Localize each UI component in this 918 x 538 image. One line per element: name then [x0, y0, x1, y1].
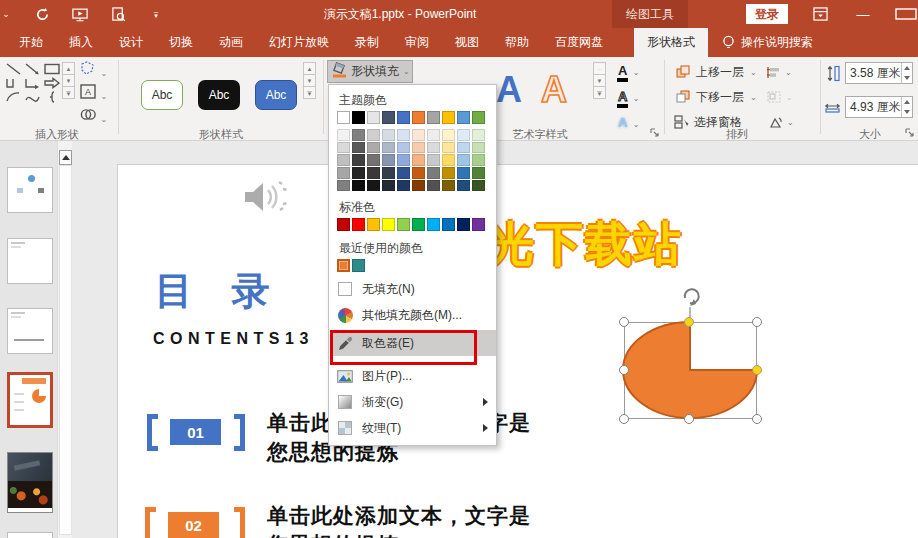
color-swatch[interactable] — [457, 218, 470, 231]
width-spinner[interactable] — [901, 97, 912, 117]
color-swatch[interactable] — [427, 218, 440, 231]
color-variant-swatch[interactable] — [412, 180, 425, 192]
color-variant-swatch[interactable] — [412, 142, 425, 154]
color-variant-swatch[interactable] — [472, 129, 485, 141]
height-input[interactable]: 3.58 厘米 — [845, 62, 913, 84]
color-swatch[interactable] — [472, 111, 485, 124]
color-swatch[interactable] — [352, 111, 365, 124]
color-swatch[interactable] — [397, 111, 410, 124]
color-swatch[interactable] — [382, 111, 395, 124]
color-variant-swatch[interactable] — [442, 142, 455, 154]
tab-6[interactable]: 幻灯片放映 — [256, 28, 342, 57]
tab-1[interactable]: 开始 — [6, 28, 56, 57]
color-variant-swatch[interactable] — [367, 180, 380, 192]
sign-in-button[interactable]: 登录 — [746, 4, 788, 24]
color-variant-swatch[interactable] — [472, 180, 485, 192]
shape-styles-scroll[interactable]: ▲▼—▼ — [303, 62, 316, 98]
color-swatch[interactable] — [427, 111, 440, 124]
color-variant-swatch[interactable] — [337, 180, 350, 192]
resize-handle-middle-left[interactable] — [619, 365, 629, 375]
slide-thumbnail-2[interactable] — [7, 238, 53, 284]
menu-item-no-fill[interactable]: 无填充(N) — [331, 277, 496, 301]
shape-elbow-arrow-icon[interactable] — [23, 76, 42, 90]
color-variant-swatch[interactable] — [412, 154, 425, 166]
ribbon-display-options-icon[interactable] — [805, 0, 835, 28]
pie-shape[interactable] — [622, 320, 759, 421]
height-value[interactable]: 3.58 厘米 — [846, 63, 901, 83]
group-button[interactable]: ⌄ — [766, 88, 793, 106]
menu-item-picture[interactable]: 图片(P)... — [331, 364, 496, 388]
text-box-button[interactable]: A ⌄ — [80, 84, 107, 103]
slide-subtitle[interactable]: CONTENTS13 — [153, 330, 314, 348]
color-variant-swatch[interactable] — [472, 142, 485, 154]
wordart-dialog-launcher-icon[interactable] — [650, 128, 660, 138]
slide-thumbnail-5[interactable] — [7, 452, 53, 513]
shape-line-icon[interactable] — [4, 62, 23, 76]
color-variant-swatch[interactable] — [382, 154, 395, 166]
toc-text-02-line2[interactable]: 您思想的提炼 — [267, 531, 399, 538]
color-variant-swatch[interactable] — [352, 154, 365, 166]
color-swatch[interactable] — [352, 259, 365, 272]
color-variant-swatch[interactable] — [427, 167, 440, 179]
merge-shapes-button[interactable]: ⌄ — [80, 107, 107, 126]
color-variant-swatch[interactable] — [337, 154, 350, 166]
color-variant-swatch[interactable] — [337, 142, 350, 154]
wordart-preview-1[interactable]: A — [496, 69, 522, 111]
color-variant-swatch[interactable] — [397, 142, 410, 154]
shape-gallery-scroll[interactable]: ▲▼—▼ — [62, 62, 75, 98]
wordart-scroll[interactable]: –▼—▼ — [593, 62, 606, 98]
shape-brace-icon[interactable] — [42, 90, 61, 104]
color-swatch[interactable] — [442, 218, 455, 231]
color-variant-swatch[interactable] — [367, 154, 380, 166]
bring-forward-button[interactable]: 上移一层⌄ — [676, 63, 757, 81]
color-variant-swatch[interactable] — [397, 129, 410, 141]
shape-arrow-icon[interactable] — [23, 62, 42, 76]
shape-curve-icon[interactable] — [23, 90, 42, 104]
color-swatch[interactable] — [457, 111, 470, 124]
color-swatch[interactable] — [367, 218, 380, 231]
scroll-up-button[interactable] — [59, 150, 72, 165]
slide-thumbnail-1[interactable] — [7, 167, 53, 213]
color-variant-swatch[interactable] — [427, 142, 440, 154]
color-variant-swatch[interactable] — [442, 167, 455, 179]
color-variant-swatch[interactable] — [382, 142, 395, 154]
resize-handle-bottom-right[interactable] — [752, 414, 762, 424]
shape-arc-icon[interactable] — [4, 90, 23, 104]
color-variant-swatch[interactable] — [442, 129, 455, 141]
color-variant-swatch[interactable] — [337, 167, 350, 179]
tab-3[interactable]: 设计 — [106, 28, 156, 57]
color-variant-swatch[interactable] — [367, 142, 380, 154]
width-input[interactable]: 4.93 厘米 — [845, 96, 913, 118]
tab-2[interactable]: 插入 — [56, 28, 106, 57]
shape-rectangle-icon[interactable] — [42, 62, 61, 76]
color-variant-swatch[interactable] — [427, 129, 440, 141]
shape-block-arrow-icon[interactable] — [42, 76, 61, 90]
shape-fill-button[interactable]: 形状填充 ⌄ — [327, 60, 413, 83]
audio-speaker-icon[interactable] — [243, 178, 295, 222]
color-variant-swatch[interactable] — [352, 142, 365, 154]
color-variant-swatch[interactable] — [472, 154, 485, 166]
resize-handle-top-right[interactable] — [752, 317, 762, 327]
menu-item-color-wheel[interactable]: 其他填充颜色(M)... — [331, 303, 496, 327]
thumbnail-panel-scrollbar[interactable] — [57, 141, 72, 538]
color-swatch[interactable] — [412, 111, 425, 124]
color-variant-swatch[interactable] — [367, 167, 380, 179]
align-button[interactable]: ⌄ — [766, 63, 792, 81]
tell-me-search[interactable]: 操作说明搜索 — [722, 28, 813, 57]
height-spinner[interactable] — [901, 63, 912, 83]
color-variant-swatch[interactable] — [397, 180, 410, 192]
color-variant-swatch[interactable] — [457, 154, 470, 166]
color-variant-swatch[interactable] — [457, 129, 470, 141]
color-variant-swatch[interactable] — [337, 129, 350, 141]
color-variant-swatch[interactable] — [427, 154, 440, 166]
tab-10[interactable]: 帮助 — [492, 28, 542, 57]
color-variant-swatch[interactable] — [442, 180, 455, 192]
toc-text-02-line1[interactable]: 单击此处添加文本，文字是 — [267, 502, 531, 530]
width-value[interactable]: 4.93 厘米 — [846, 97, 901, 117]
color-swatch[interactable] — [352, 218, 365, 231]
shape-style-preview-3[interactable]: Abc — [255, 80, 297, 110]
menu-item-texture[interactable]: 纹理(T) — [331, 416, 496, 440]
color-variant-swatch[interactable] — [472, 167, 485, 179]
color-variant-swatch[interactable] — [457, 167, 470, 179]
menu-item-gradient[interactable]: 渐变(G) — [331, 390, 496, 414]
